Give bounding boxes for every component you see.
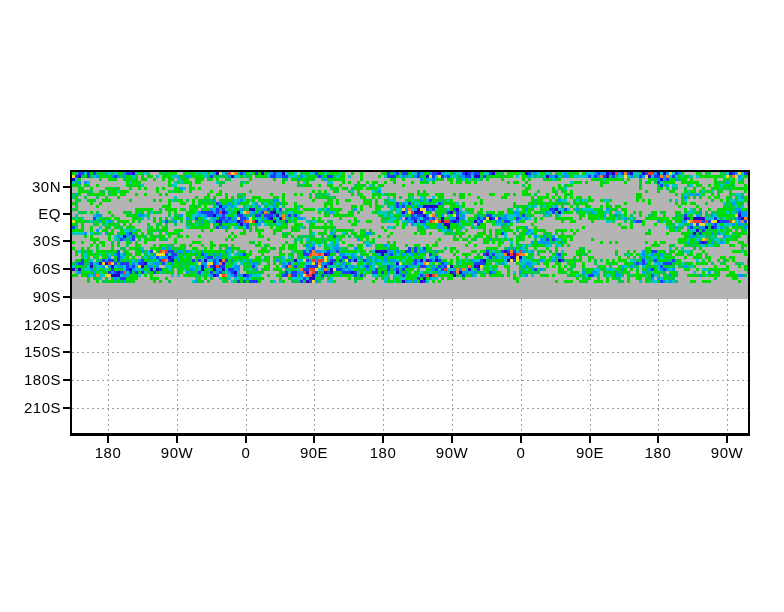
y-tick-label-210S: 210S: [0, 399, 61, 417]
y-tick-mark: [63, 407, 70, 409]
x-tick-mark: [313, 436, 315, 443]
x-tick-label-180: 180: [349, 444, 417, 462]
y-tick-mark: [63, 186, 70, 188]
x-tick-label-90W: 90W: [418, 444, 486, 462]
x-tick-label-180: 180: [624, 444, 692, 462]
y-tick-label-180S: 180S: [0, 371, 61, 389]
y-tick-label-EQ: EQ: [0, 205, 61, 223]
y-tick-mark: [63, 240, 70, 242]
x-tick-label-90E: 90E: [556, 444, 624, 462]
y-tick-label-120S: 120S: [0, 316, 61, 334]
y-tick-mark: [63, 296, 70, 298]
x-tick-label-90W: 90W: [693, 444, 761, 462]
plot-frame: [70, 170, 750, 436]
x-tick-mark: [657, 436, 659, 443]
x-tick-label-180: 180: [74, 444, 142, 462]
x-tick-label-90W: 90W: [143, 444, 211, 462]
y-tick-mark: [63, 268, 70, 270]
y-tick-label-30N: 30N: [0, 178, 61, 196]
y-tick-label-150S: 150S: [0, 343, 61, 361]
grads-plot-page: 30NEQ30S60S90S120S150S180S210S 18090W090…: [0, 0, 784, 612]
y-tick-label-90S: 90S: [0, 288, 61, 306]
x-tick-mark: [176, 436, 178, 443]
x-tick-mark: [589, 436, 591, 443]
y-tick-mark: [63, 213, 70, 215]
x-tick-label-90E: 90E: [280, 444, 348, 462]
x-tick-mark: [382, 436, 384, 443]
x-tick-mark: [451, 436, 453, 443]
y-tick-label-60S: 60S: [0, 260, 61, 278]
y-tick-mark: [63, 379, 70, 381]
x-tick-mark: [245, 436, 247, 443]
x-tick-label-0: 0: [212, 444, 280, 462]
x-tick-mark: [520, 436, 522, 443]
x-tick-mark: [726, 436, 728, 443]
y-tick-mark: [63, 351, 70, 353]
x-tick-label-0: 0: [487, 444, 555, 462]
y-tick-label-30S: 30S: [0, 232, 61, 250]
y-tick-mark: [63, 324, 70, 326]
x-tick-mark: [107, 436, 109, 443]
